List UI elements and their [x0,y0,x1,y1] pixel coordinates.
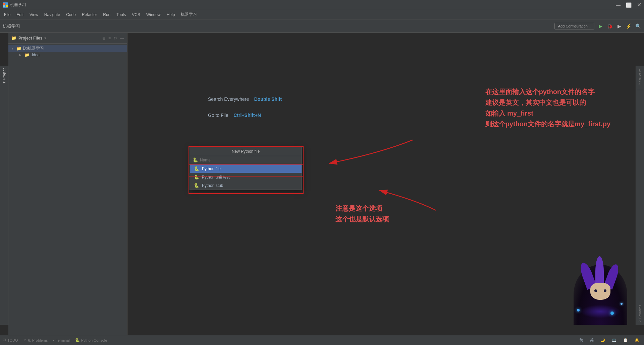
idea-folder-name: .idea [31,53,40,57]
svg-rect-1 [6,3,8,5]
python-unit-test-label: Python unit test [202,175,230,180]
python-stub-option[interactable]: 🐍 Python stub [190,181,302,190]
locate-file-icon[interactable]: ⊕ [102,35,106,41]
panel-header-icons: ⊕ ≡ ⚙ — [102,35,124,41]
idea-arrow-icon: ▶ [19,53,23,57]
problems-icon: ⚠ [23,338,27,342]
menu-view[interactable]: View [27,12,41,18]
add-configuration-button[interactable]: Add Configuration... [554,23,594,29]
coverage-button[interactable]: ▶ [616,23,623,29]
python-file-option[interactable]: 🐍 Python file [190,164,302,173]
status-jian[interactable]: 简 [578,337,585,343]
panel-close-icon[interactable]: — [119,35,124,41]
tree-idea-folder[interactable]: ▶ 📁 .idea [8,52,127,58]
tree-root-folder[interactable]: ▼ 📁 D:\机器学习 [8,45,127,52]
toolbar: 机器学习 Add Configuration... ▶ 🐞 ▶ ⚡ 🔍 [0,19,644,33]
search-everywhere-label: Search Everywhere [208,96,249,102]
menu-code[interactable]: Code [63,12,78,18]
python-unit-test-option[interactable]: 🐍 Python unit test [190,173,302,181]
svg-rect-3 [6,5,8,7]
profile-button[interactable]: ⚡ [625,23,632,29]
left-sidebar-tabs: 1: Project [0,66,8,325]
todo-status[interactable]: ☑ TODO [3,338,18,342]
title-bar: 机器学习 — ⬜ ✕ [0,0,644,10]
python-file-option-icon: 🐍 [194,166,199,171]
status-pc[interactable]: 💻 [610,337,619,343]
window-controls: — ⬜ ✕ [616,2,641,8]
svg-rect-0 [3,3,5,5]
toolbar-project-name: 机器学习 [3,23,20,29]
menu-file[interactable]: File [1,12,13,18]
python-file-name-input[interactable] [200,158,299,162]
search-everywhere-shortcut: Double Shift [254,96,282,102]
python-console-status[interactable]: 🐍 Python Console [75,338,107,342]
right-sidebar-tabs: 2: Structure 2: Favorites [636,66,644,325]
app-icon [3,2,8,8]
search-everywhere-hint: Search Everywhere Double Shift [208,96,282,102]
status-bar-right: 简 英 🌙 💻 📋 🔔 [578,337,641,343]
main-content: Search Everywhere Double Shift Go to Fil… [127,33,644,335]
sidebar-tab-project[interactable]: 1: Project [1,66,7,86]
problems-label: 6: Problems [28,338,48,342]
menu-help[interactable]: Help [164,12,178,18]
terminal-status[interactable]: ▪ Terminal [53,338,69,342]
python-file-icon: 🐍 [193,157,198,162]
app-title: 机器学习 [10,2,26,8]
terminal-label: Terminal [56,338,70,342]
new-python-input-row[interactable]: 🐍 [190,156,302,164]
search-everywhere-button[interactable]: 🔍 [635,23,641,29]
status-bell[interactable]: 🔔 [633,337,641,343]
python-stub-icon: 🐍 [194,183,199,188]
root-arrow-icon: ▼ [11,47,15,50]
menu-edit[interactable]: Edit [14,12,26,18]
menu-refactor[interactable]: Refactor [79,12,100,18]
goto-file-hint: Go to File Ctrl+Shift+N [208,113,261,118]
menu-tools[interactable]: Tools [114,12,128,18]
new-python-dialog: New Python file 🐍 🐍 Python file 🐍 Python… [190,147,302,190]
project-panel: 📁 Project Files ▼ ⊕ ≡ ⚙ — ▼ 📁 D:\机器学习 ▶ … [8,33,127,335]
project-tree: ▼ 📁 D:\机器学习 ▶ 📁 .idea [8,44,127,335]
status-bar: ☑ TODO ⚠ 6: Problems ▪ Terminal 🐍 Python… [0,335,644,345]
maximize-button[interactable]: ⬜ [626,2,632,8]
minimize-button[interactable]: — [616,2,621,8]
status-clipboard[interactable]: 📋 [621,337,630,343]
menu-run[interactable]: Run [100,12,113,18]
project-panel-title: Project Files ▼ [18,36,47,41]
toolbar-right: Add Configuration... ▶ 🐞 ▶ ⚡ 🔍 [554,23,641,29]
debug-button[interactable]: 🐞 [606,23,613,29]
goto-file-label: Go to File [208,113,228,118]
sidebar-tab-structure[interactable]: 2: Structure [637,66,643,88]
goto-file-shortcut: Ctrl+Shift+N [233,113,261,118]
annotation-text-top: 在这里面输入这个python文件的名字 建议是英文，其实中文也是可以的 如输入 … [485,86,610,129]
close-button[interactable]: ✕ [637,2,641,8]
annotation-text-bottom: 注意是这个选项 这个也是默认选项 [335,203,389,224]
python-file-option-label: Python file [202,166,221,171]
corner-character [567,251,634,318]
project-panel-dropdown[interactable]: ▼ [44,37,47,40]
menu-vcs[interactable]: VCS [129,12,143,18]
menu-bar: File Edit View Navigate Code Refactor Ru… [0,10,644,19]
project-panel-header: 📁 Project Files ▼ ⊕ ≡ ⚙ — [8,33,127,44]
idea-folder-icon: 📁 [24,53,30,57]
python-console-icon: 🐍 [75,338,80,342]
python-stub-label: Python stub [202,183,223,188]
python-console-label: Python Console [81,338,107,342]
status-moon[interactable]: 🌙 [598,337,607,343]
todo-label: TODO [7,338,18,342]
menu-navigate[interactable]: Navigate [42,12,63,18]
problems-status[interactable]: ⚠ 6: Problems [23,338,48,342]
terminal-icon: ▪ [53,338,54,342]
collapse-all-icon[interactable]: ≡ [108,35,111,41]
panel-settings-icon[interactable]: ⚙ [113,35,118,41]
run-button[interactable]: ▶ [597,23,604,29]
todo-icon: ☑ [3,338,6,342]
svg-rect-2 [3,5,5,7]
python-unit-test-icon: 🐍 [194,175,199,180]
status-ying[interactable]: 英 [588,337,596,343]
root-folder-icon: 📁 [16,46,21,51]
root-folder-name: D:\机器学习 [23,46,44,51]
menu-window[interactable]: Window [144,12,163,18]
menu-project[interactable]: 机器学习 [178,11,200,18]
new-python-dialog-title: New Python file [190,147,302,156]
sidebar-tab-favorites[interactable]: 2: Favorites [637,302,643,325]
